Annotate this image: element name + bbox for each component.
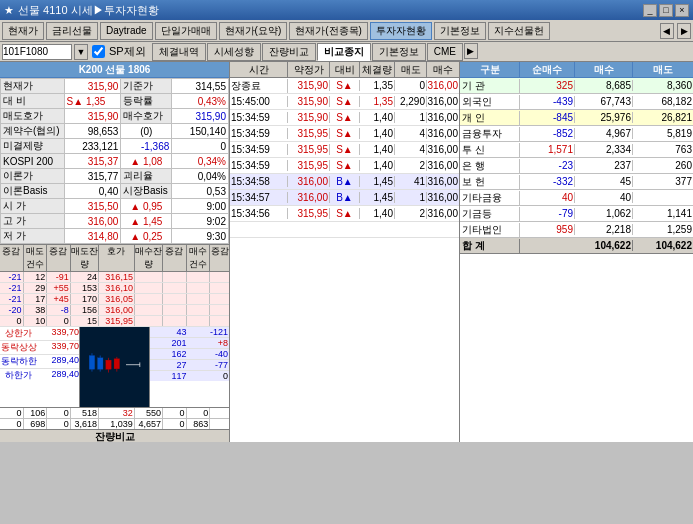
window-title: 선물 4110 시세▶투자자현황 (18, 3, 159, 18)
tab-cme[interactable]: CME (427, 43, 463, 61)
svg-rect-6 (106, 360, 112, 369)
toolbar-daytrade[interactable]: Daytrade (100, 22, 153, 40)
toolbar-allitems[interactable]: 현재가(전종목) (289, 22, 368, 40)
candlestick-chart (80, 327, 149, 407)
subtab-diff: 대비 (330, 62, 360, 77)
toolbar-summary[interactable]: 현재가(요약) (219, 22, 288, 40)
tick-rows: 장종료 315,90 S▲ 1,35 0 316,00 15:45:00 315… (230, 78, 459, 238)
limit-prices: 상한가 339,70 동락상상 339,70 동락하한 289,40 하한가 2… (0, 327, 80, 407)
subtab-ask: 매도 (395, 62, 427, 77)
symbol-input[interactable] (2, 44, 72, 60)
tab-price-trend[interactable]: 시세성향 (207, 43, 261, 61)
footer-rows: 0 106 0 518 32 550 0 0 0 698 0 3,618 1,0… (0, 407, 229, 429)
investor-header: 구분 순매수 매수 매도 (460, 62, 693, 78)
toolbar-indexfutures[interactable]: 지수선물헌 (488, 22, 550, 40)
toolbar-ratefutures[interactable]: 금리선물 (46, 22, 98, 40)
subtab-price: 약정가 (288, 62, 330, 77)
close-button[interactable]: × (675, 4, 689, 17)
symbol-bar: ▼ SP제외 체결내역 시세성향 잔량비교 비교종지 기본정보 CME ▶ (0, 42, 693, 62)
subtab-time: 시간 (230, 62, 288, 77)
tab-transaction[interactable]: 체결내역 (152, 43, 206, 61)
toolbar-next[interactable]: ▶ (677, 23, 691, 39)
toolbar-prev[interactable]: ◀ (660, 23, 674, 39)
subtab-vol: 체결량 (360, 62, 395, 77)
subtab-row: 시간 약정가 대비 체결량 매도 매수 (230, 62, 459, 78)
svg-rect-0 (89, 356, 95, 370)
left-panel: K200 선물 1806 현재가 315,90 기준가 314,55 대 비 S… (0, 62, 230, 442)
subtab-bid: 매수 (427, 62, 459, 77)
orderbook-header: 증감 매도건수 증감 매도잔량 호가 매수잔량 증감 매수건수 증감 (0, 245, 229, 272)
tab-compare-stop[interactable]: 비교종지 (317, 43, 371, 61)
tab-remaining[interactable]: 잔량비교 (262, 43, 316, 61)
svg-rect-9 (114, 359, 120, 369)
title-bar: ★ 선물 4110 시세▶투자자현황 _ □ × (0, 0, 693, 20)
investor-rows: 기 관 325 8,685 8,360 외국인 -439 67,743 68,1… (460, 78, 693, 254)
window-icon: ★ (4, 4, 14, 17)
footer-label: 잔량비교 (0, 429, 229, 442)
sp-exclude-label: SP제외 (109, 44, 146, 59)
toolbar-currentprice[interactable]: 현재가 (2, 22, 44, 40)
tab-basic-info[interactable]: 기본정보 (372, 43, 426, 61)
toolbar: 현재가 금리선물 Daytrade 단일가매매 현재가(요약) 현재가(전종목)… (0, 20, 693, 42)
maximize-button[interactable]: □ (659, 4, 673, 17)
toolbar-investor[interactable]: 투자자현황 (370, 22, 432, 40)
toolbar-basicinfo[interactable]: 기본정보 (434, 22, 486, 40)
info-header: K200 선물 1806 (0, 62, 229, 78)
toolbar-singleprice[interactable]: 단일가매매 (155, 22, 217, 40)
minimize-button[interactable]: _ (643, 4, 657, 17)
investor-panel: 구분 순매수 매수 매도 기 관 325 8,685 8,360 외국인 -43… (460, 62, 693, 442)
sp-exclude-checkbox[interactable] (92, 45, 105, 58)
buy-rows: 43 -121 201 +8 162 -40 27 -77 (149, 327, 229, 407)
info-table: 현재가 315,90 기준가 314,55 대 비 S▲ 1,35 등락률 0,… (0, 78, 229, 244)
tab-more[interactable]: ▶ (464, 43, 478, 59)
tick-panel: 시간 약정가 대비 체결량 매도 매수 장종료 315,90 S▲ 1,35 0… (230, 62, 460, 442)
sell-rows: -21 12 -91 24 316,15 -21 29 +55 153 316,… (0, 272, 229, 327)
symbol-dropdown[interactable]: ▼ (74, 44, 88, 60)
svg-rect-3 (97, 358, 103, 370)
current-price: 315,90 (64, 79, 121, 94)
